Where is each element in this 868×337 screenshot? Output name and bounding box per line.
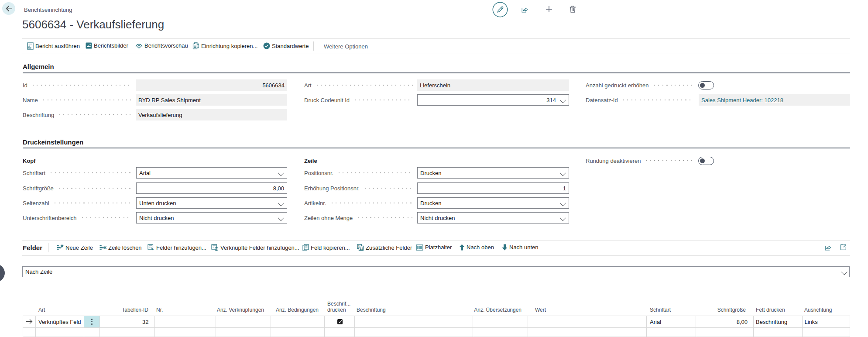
svg-text:12: 12 (360, 247, 363, 251)
svg-text:1: 1 (358, 245, 360, 248)
